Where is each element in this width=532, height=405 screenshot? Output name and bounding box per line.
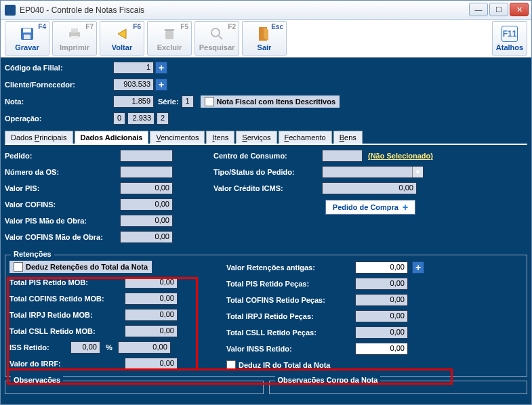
antigas-plus-button[interactable]: +: [412, 261, 424, 274]
sair-button[interactable]: Esc Sair: [242, 21, 287, 56]
iss-label: ISS Retido:: [9, 343, 70, 351]
nota-input[interactable]: 1.859: [113, 95, 154, 108]
iss-pct-input[interactable]: 0,00: [70, 341, 100, 354]
pedido-input[interactable]: [120, 150, 173, 162]
nf-descritivos-check[interactable]: Nota Fiscal com Itens Descritivos: [201, 95, 340, 108]
retencoes-group: Retenções Deduz Retenções do Total da No…: [5, 255, 527, 377]
nota-label: Nota:: [5, 98, 113, 106]
inss-label: Valor INSS Retido:: [226, 345, 355, 353]
tab-itens[interactable]: Itens: [206, 131, 234, 144]
shortcuts-icon: F11: [502, 26, 518, 42]
tab-vencimentos[interactable]: Vencimentos: [150, 131, 205, 144]
centro-input[interactable]: [322, 150, 363, 162]
observacoes-corpo-title: Observações Corpo da Nota: [275, 376, 381, 384]
credito-input[interactable]: 0,00: [322, 182, 417, 194]
pct-sign: %: [106, 343, 112, 351]
retencoes-title: Retenções: [11, 250, 54, 258]
trash-icon: [161, 26, 178, 42]
toolbar: F4 Gravar F7 Imprimir F6 Voltar F5 Exclu…: [1, 20, 531, 58]
svg-point-8: [211, 28, 220, 37]
operacao-c-input[interactable]: 2: [157, 112, 169, 125]
deduz-ir-check[interactable]: Deduz IR do Total da Nota: [226, 359, 334, 371]
tipo-label: Tipo/Status do Pedido:: [213, 168, 322, 176]
operacao-b-input[interactable]: 2.933: [127, 112, 155, 125]
centro-label: Centro de Consumo:: [213, 152, 322, 160]
irrf-label: Valor do IRRF:: [9, 360, 125, 368]
operacao-a-input[interactable]: 0: [113, 112, 125, 125]
valorpis-mo-label: Valor PIS Mão de Obra:: [5, 217, 120, 225]
serie-input[interactable]: 1: [182, 95, 194, 108]
pesquisar-button[interactable]: F2 Pesquisar: [195, 21, 239, 56]
observacoes-corpo-group: Observações Corpo da Nota: [269, 381, 528, 394]
csll-pecas-input[interactable]: 0,00: [355, 326, 408, 339]
operacao-label: Operação:: [5, 114, 113, 123]
csll-mob-input[interactable]: 0,00: [125, 325, 178, 337]
svg-rect-6: [165, 31, 173, 39]
gravar-button[interactable]: F4 Gravar: [5, 21, 49, 56]
svg-rect-4: [71, 28, 78, 33]
centro-selection-link[interactable]: (Não Selecionado): [368, 152, 433, 160]
pis-pecas-input[interactable]: 0,00: [355, 278, 408, 290]
cliente-input[interactable]: 903.533: [113, 79, 154, 91]
valorcofins-input[interactable]: 0,00: [120, 198, 173, 211]
csll-mob-label: Total CSLL Retido MOB:: [9, 327, 125, 335]
atalhos-button[interactable]: F11 Atalhos: [492, 21, 527, 56]
tab-bens[interactable]: Bens: [333, 131, 363, 144]
valorcofins-label: Valor COFINS:: [5, 200, 120, 209]
svg-rect-5: [71, 36, 78, 39]
cliente-label: Cliente/Fornecedor:: [5, 81, 113, 89]
print-icon: [66, 26, 83, 42]
deduz-retencoes-check[interactable]: Deduz Retenções do Total da Nota: [9, 261, 152, 273]
cofins-mob-label: Total COFINS Retido MOB:: [9, 295, 125, 303]
excluir-button[interactable]: F5 Excluir: [147, 21, 192, 56]
checkbox-icon: [14, 262, 23, 272]
pis-mob-input[interactable]: 0,00: [125, 276, 178, 289]
exit-icon: [256, 26, 272, 42]
tab-dados-principais[interactable]: Dados Principais: [5, 131, 73, 144]
inss-input[interactable]: 0,00: [355, 343, 408, 355]
minimize-button[interactable]: —: [469, 3, 488, 16]
numos-label: Número da OS:: [5, 168, 120, 176]
close-button[interactable]: ✕: [510, 3, 529, 16]
pedido-label: Pedido:: [5, 152, 120, 160]
irpj-pecas-input[interactable]: 0,00: [355, 310, 408, 322]
cliente-plus-button[interactable]: +: [155, 79, 167, 91]
imprimir-button[interactable]: F7 Imprimir: [52, 21, 97, 56]
checkbox-icon: [205, 97, 214, 106]
svg-rect-2: [24, 35, 30, 39]
tab-fechamento[interactable]: Fechamento: [279, 131, 332, 144]
svg-rect-1: [23, 28, 31, 33]
filial-plus-button[interactable]: +: [155, 62, 167, 74]
iss-val-input[interactable]: 0,00: [118, 341, 171, 354]
irrf-input[interactable]: 0,00: [125, 358, 178, 370]
tab-servicos[interactable]: Serviços: [236, 131, 277, 144]
cofins-mob-input[interactable]: 0,00: [125, 293, 178, 305]
csll-pecas-label: Total CSLL Retido Peças:: [226, 328, 355, 337]
cofins-pecas-label: Total COFINS Retido Peças:: [226, 296, 355, 304]
antigas-input[interactable]: 0,00: [355, 261, 408, 274]
pedido-compra-button[interactable]: Pedido de Compra+: [325, 200, 415, 215]
checkbox-icon: [226, 360, 236, 370]
valorcofins-mo-input[interactable]: 0,00: [120, 231, 173, 243]
numos-input[interactable]: [120, 166, 173, 178]
filial-input[interactable]: 1: [113, 62, 154, 74]
tipo-dropdown[interactable]: ▼: [322, 166, 424, 178]
app-icon: [5, 5, 16, 16]
tab-strip: Dados Principais Dados Adicionais Vencim…: [5, 129, 527, 144]
observacoes-group: Observações: [5, 381, 264, 394]
back-arrow-icon: [114, 26, 130, 42]
filial-label: Código da Filial:: [5, 64, 113, 72]
observacoes-title: Observações: [11, 376, 63, 384]
window-title: EP040 - Controle de Notas Fiscais: [20, 5, 469, 15]
save-icon: [19, 26, 35, 42]
antigas-label: Valor Retenções antigas:: [226, 263, 355, 272]
valorpis-mo-input[interactable]: 0,00: [120, 215, 173, 227]
voltar-button[interactable]: F6 Voltar: [100, 21, 144, 56]
chevron-down-icon: ▼: [412, 167, 423, 177]
maximize-button[interactable]: ☐: [489, 3, 508, 16]
irpj-mob-input[interactable]: 0,00: [125, 309, 178, 321]
valorpis-input[interactable]: 0,00: [120, 182, 173, 194]
cofins-pecas-input[interactable]: 0,00: [355, 294, 408, 306]
pis-pecas-label: Total PIS Retido Peças:: [226, 280, 355, 288]
tab-dados-adicionais[interactable]: Dados Adicionais: [75, 131, 149, 144]
